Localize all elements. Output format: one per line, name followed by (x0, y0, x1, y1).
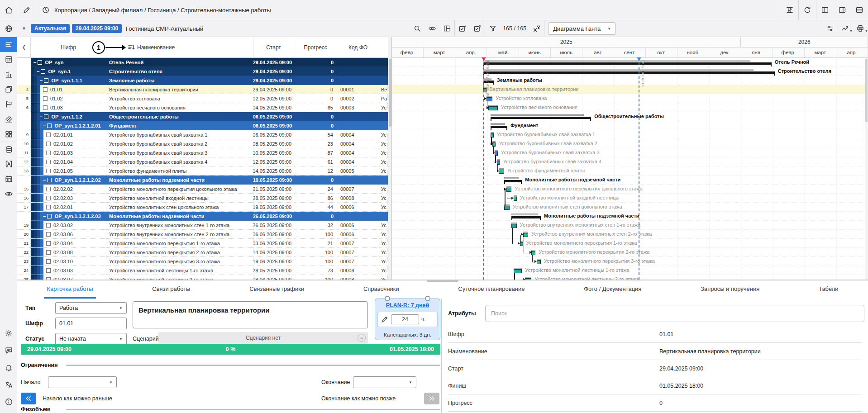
table-row[interactable]: 1702.02.01Устройство монолитных стен цок… (17, 203, 388, 212)
row-checkbox[interactable] (47, 178, 52, 182)
gantt-task-bar[interactable] (499, 170, 504, 174)
scrollbar-thumb[interactable] (865, 59, 868, 122)
gantt-summary-bar[interactable] (491, 126, 507, 128)
table-row[interactable]: 1502.02.02Устройство монолитного перекры… (17, 185, 388, 194)
sidebar-item-bell-icon[interactable] (0, 359, 17, 376)
chevron-down-icon[interactable]: ▼ (17, 26, 31, 31)
sort-icon[interactable] (127, 43, 135, 52)
collapse-expand-icon[interactable] (781, 0, 798, 20)
row-checkbox[interactable] (46, 187, 51, 191)
constraint-end-select[interactable]: ▼ (353, 376, 416, 388)
clear-filter-icon[interactable] (529, 20, 544, 37)
table-row[interactable]: 2−OP_syn.1Строительство отеля29.04.2025 … (17, 67, 388, 76)
sidebar-item-db-icon[interactable] (0, 142, 17, 157)
row-checkbox[interactable] (46, 241, 51, 246)
search-icon[interactable] (410, 20, 424, 37)
table-row[interactable]: 1102.01.03Устройство буронабивных свай з… (17, 148, 388, 157)
collapse-icon[interactable]: − (43, 177, 46, 183)
sidebar-item-outline-icon[interactable] (0, 37, 17, 52)
gantt-row[interactable]: Монолитные работы подземной части (392, 176, 868, 185)
gantt-row[interactable]: Фундамент (392, 121, 868, 130)
attributes-search-input[interactable] (485, 305, 864, 322)
gantt-vertical-scrollbar[interactable] (865, 58, 868, 280)
print-icon[interactable] (853, 20, 868, 37)
row-checkbox[interactable] (46, 232, 51, 237)
row-checkbox[interactable] (44, 78, 48, 83)
table-row[interactable]: 1902.03.02Устройство внутренних монолитн… (17, 221, 388, 230)
gantt-row[interactable]: Монолитные работы надземной части (392, 212, 868, 221)
tab-4[interactable]: Справочники (361, 280, 402, 299)
gantt-row[interactable]: Устройство монолитной лестницы 1-го этаж… (392, 266, 868, 275)
refresh-icon[interactable] (799, 0, 816, 20)
gantt-row[interactable]: Устройство внутренних монолитных стен 2-… (392, 230, 868, 239)
collapse-icon[interactable]: − (40, 78, 43, 83)
sidebar-item-eye-icon[interactable] (0, 186, 17, 201)
table-row[interactable]: 18−OP_syn.1.1.2.1.2.03Монолитные работы … (17, 212, 388, 221)
column-header-start[interactable]: Старт (253, 37, 294, 58)
gantt-row[interactable]: Земляные работы (392, 76, 868, 85)
type-select[interactable]: Работа▼ (55, 302, 127, 314)
row-checkbox[interactable] (46, 133, 51, 137)
row-checkbox[interactable] (46, 196, 51, 200)
row-checkbox[interactable] (43, 96, 48, 101)
table-row[interactable]: 2402.03.03Устройство монолитной лестницы… (17, 266, 388, 275)
gantt-row[interactable]: Устройство буронабивных свай захватка 2 (392, 139, 868, 148)
gantt-row[interactable]: Устройство монолитных стен цокольного эт… (392, 203, 868, 212)
gantt-summary-bar[interactable] (491, 117, 591, 119)
gantt-row[interactable]: Устройство монолитного перекрытия 2-го э… (392, 248, 868, 257)
gantt-task-bar[interactable] (504, 206, 510, 210)
collapse-icon[interactable]: − (37, 69, 39, 74)
gantt-row[interactable]: Отель Речной (392, 58, 868, 67)
sidebar-item-flag-icon[interactable] (0, 97, 17, 112)
gantt-row[interactable]: Устройство монолитной входной лестницы (392, 194, 868, 203)
scenario-expand-icon[interactable]: » (358, 334, 366, 342)
column-header-fo[interactable]: Код ФО (337, 37, 379, 58)
sidebar-item-layers-icon[interactable] (0, 82, 17, 97)
row-checkbox[interactable] (46, 205, 51, 209)
row-checkbox[interactable] (43, 87, 48, 92)
code-field[interactable]: 01.01 (55, 318, 127, 329)
sidebar-item-grid-icon[interactable] (0, 127, 17, 142)
layout-right-panel-icon[interactable] (834, 0, 851, 20)
table-row[interactable]: 601.03Устройство песчаного основания04.0… (17, 103, 388, 112)
gantt-row[interactable]: Устройство монолитного перекрытия цоколь… (392, 185, 868, 194)
sidebar-item-board-icon[interactable] (0, 52, 17, 67)
gantt-row[interactable]: Устройство буронабивных свай захватка 3 (392, 148, 868, 157)
gantt-task-bar[interactable] (537, 260, 541, 264)
sidebar-item-sun-icon[interactable] (0, 324, 17, 342)
status-select[interactable]: Не начата▼ (55, 333, 127, 345)
gantt-settings-icon[interactable] (822, 20, 837, 37)
row-checkbox[interactable] (41, 69, 45, 74)
row-checkbox[interactable] (46, 259, 51, 264)
hours-field[interactable]: 24 (391, 314, 419, 324)
clock-icon[interactable] (42, 6, 50, 14)
check-tasks-icon[interactable] (455, 20, 470, 37)
row-checkbox[interactable] (47, 123, 52, 128)
table-row[interactable]: 2002.03.06Устройство внутренних монолитн… (17, 230, 388, 239)
home-icon[interactable] (0, 0, 17, 20)
sidebar-item-chat-icon[interactable] (0, 342, 17, 359)
edit-pencil-button[interactable] (17, 0, 36, 20)
table-row[interactable]: 501.02Устройство котлована02.05.2025 09:… (17, 94, 388, 103)
gantt-row[interactable]: Устройство монолитного перекрытия 3-го э… (392, 257, 868, 266)
collapse-icon[interactable]: − (40, 114, 43, 119)
gantt-task-bar[interactable] (488, 106, 498, 110)
row-checkbox[interactable] (46, 160, 51, 164)
gantt-task-bar[interactable] (520, 242, 523, 246)
table-row[interactable]: 7−OP_syn.1.1.2Общестроительные работы06.… (17, 112, 388, 121)
gantt-summary-bar[interactable] (483, 71, 775, 74)
gantt-row[interactable]: Вертикальная планировка территории (392, 85, 868, 94)
table-row[interactable]: 902.01.01Устройство буронабивных свай за… (17, 130, 388, 139)
table-row[interactable]: 1302.01.05Устройство фундаментной плиты1… (17, 166, 388, 176)
table-row[interactable]: 2502.03.07Устройство монолитной лестницы… (17, 275, 388, 280)
tab-8[interactable]: Табели (816, 280, 841, 299)
filter-icon[interactable] (485, 20, 500, 37)
gantt-row[interactable]: Устройство буронабивных свай захватка 1 (392, 130, 868, 139)
row-checkbox[interactable] (43, 105, 48, 110)
gantt-summary-bar[interactable] (483, 62, 772, 65)
globe-icon[interactable] (0, 20, 17, 37)
table-row[interactable]: 2202.03.08Устройство монолитного перекры… (17, 248, 388, 257)
sidebar-item-translate-icon[interactable] (0, 376, 17, 393)
table-row[interactable]: 2102.03.04Устройство монолитного перекры… (17, 239, 388, 248)
table-row[interactable]: 1202.01.04Устройство буронабивных свай з… (17, 157, 388, 166)
